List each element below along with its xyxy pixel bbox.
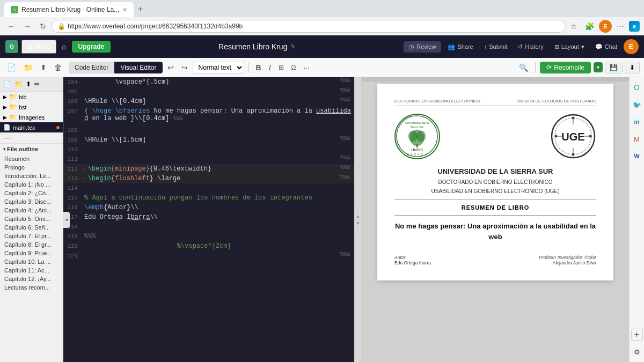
user-avatar[interactable]: E [624,39,639,54]
new-folder-button[interactable]: 📁 [21,62,35,73]
search-button[interactable]: 🔍 [516,62,531,73]
chat-button[interactable]: 💬 Chat [591,41,621,53]
right-icon-email[interactable]: M [631,133,643,145]
outline-item-cap7[interactable]: Capítulo 7: El pr... [0,232,63,240]
home-button[interactable]: ⌂ [60,40,68,53]
sidebar-item-imagenes[interactable]: ▶ 📁 Imagenes [0,112,63,122]
layout-button[interactable]: ⊞ Layout ▾ [550,41,589,53]
outline-item-cap6[interactable]: Capítulo 6: Señ... [0,223,63,232]
delete-button[interactable]: 🗑 [52,62,64,73]
table-button[interactable]: ⊞ [276,62,287,73]
line-content-118[interactable] [82,223,354,224]
outline-item-cap12[interactable]: Capítulo 12: ¡Ay... [0,275,63,283]
new-file-sidebar-button[interactable]: 📄 [2,79,12,89]
profile-button[interactable]: E [599,20,612,33]
line-content-106[interactable]: \HRule \\[0.4cm] [82,97,340,106]
submit-icon: ↑ [484,43,487,50]
preview-page: DOCTORADO EN GOBIERNO ELECTRÓNICO DIVISI… [377,84,613,280]
share-button[interactable]: 👥 Share [443,41,477,53]
line-content-112[interactable]: \begin{minipage}{0.46\textwidth} [86,165,340,173]
upload-sidebar-button[interactable]: ⬆ [25,79,32,89]
outline-item-cap1[interactable]: Capítulo 1: ¡No ... [0,180,63,189]
right-icon-word[interactable]: W [631,150,643,162]
outline-item-intro[interactable]: Introducción. Lé... [0,172,63,180]
right-icon-settings[interactable]: ⚙ [631,346,643,358]
outline-item-lecturas[interactable]: Lecturas recom... [0,283,63,292]
download-pdf-button[interactable]: ⬇ [625,62,640,73]
collapse-handle-center[interactable]: ▲ ▼ [354,77,362,362]
outline-item-cap11[interactable]: Capítulo 11: Ac... [0,266,63,275]
visual-editor-button[interactable]: Visual Editor [114,62,162,73]
line-content-115[interactable]: % Aqui a continuación pongan los nombres… [82,194,354,202]
outline-item-cap4[interactable]: Capítulo 4: ¿Ani... [0,206,63,215]
line-num-119: 119 [63,232,82,240]
tab-close-icon[interactable]: ✕ [122,6,127,13]
line-content-119[interactable]: %%% [82,232,354,241]
new-file-button[interactable]: 📄 [4,62,19,73]
upgrade-button[interactable]: Upgrade [72,41,111,53]
review-button[interactable]: ◷ Review [404,41,441,53]
line-content-105[interactable] [82,87,340,88]
undo-button[interactable]: ↩ [165,62,177,73]
sidebar-item-bst[interactable]: ▶ 📁 bst [0,102,63,112]
save-button[interactable]: 💾 [605,62,623,73]
edit-title-icon[interactable]: ✎ [290,43,296,50]
special-chars-button[interactable]: Ω [289,62,299,73]
right-icon-add[interactable]: + [631,329,643,341]
bold-button[interactable]: B [253,62,264,73]
submit-button[interactable]: ↑ Submit [480,41,512,52]
line-content-120[interactable]: %\vspace*{2cm} [82,242,354,250]
outline-item-cap8[interactable]: Capítulo 8: El gr... [0,240,63,249]
line-content-114[interactable] [82,184,354,185]
history-button[interactable]: ↺ History [514,41,547,53]
preview-scroll-top[interactable] [362,77,629,82]
outline-item-resumen[interactable]: Resumen [0,154,63,163]
sidebar-item-bib[interactable]: ▶ 📁 bib [0,92,63,102]
recompile-dropdown-button[interactable]: ▾ [594,62,603,72]
line-content-116[interactable]: \emph{Autor}\\ [82,203,354,212]
outline-item-cap5[interactable]: Capítulo 5: Omi... [0,215,63,223]
italic-button[interactable]: I [266,62,274,73]
line-content-117[interactable]: Edú Ortega Ibarra\\ [82,213,354,221]
refresh-button[interactable]: ↻ [36,20,49,33]
line-content-121[interactable] [82,252,340,253]
line-content-110[interactable] [82,145,354,146]
url-bar[interactable]: 🔒 https://www.overleaf.com/project/66329… [52,20,566,33]
more-button[interactable]: ··· [301,62,313,73]
delete-sidebar-button[interactable]: ✏ [33,79,41,89]
more-options-button[interactable]: ⋯ [614,21,627,32]
right-icon-twitter[interactable]: 🐦 [631,99,643,110]
line-content-107[interactable]: { \huge \bfseries No me hagas pensar: Un… [82,107,354,123]
code-editor-button[interactable]: Code Editor [69,62,114,73]
recompile-button[interactable]: ⟳ Recompile [540,62,591,73]
code-editor[interactable]: ◀ 104 \vspace*{.5cm} %%% 105 %%% 106 \HR… [63,77,354,362]
format-select[interactable]: Normal text Heading 1 Heading 2 [193,62,244,73]
browser-tab[interactable]: S Resumen Libro Krug - Online La... ✕ [4,2,134,17]
redo-button[interactable]: ↪ [179,62,191,73]
outline-item-prologo[interactable]: Prologo [0,163,63,172]
right-icon-linkedin[interactable]: in [631,116,643,128]
line-content-113[interactable]: \begin{flushleft} \large [86,174,340,183]
outline-item-cap3[interactable]: Capítulo 3: Dise... [0,197,63,206]
extensions-button[interactable]: 🧩 [582,21,597,32]
collapse-center-icon-up: ▲ [356,214,360,219]
outline-item-cap10[interactable]: Capítulo 10: La ... [0,257,63,266]
line-content-104[interactable]: \vspace*{.5cm} [82,78,340,86]
bookmark-button[interactable]: ☆ [568,21,580,32]
new-folder-sidebar-button[interactable]: 📁 [13,79,24,89]
line-content-111[interactable] [82,155,340,156]
collapse-handle-left[interactable]: ◀ [63,212,70,228]
sidebar-item-main[interactable]: 📄 main.tex [0,122,63,132]
right-icon-overleaf[interactable]: O [631,82,643,93]
menu-button[interactable]: ☰ Menu [21,40,56,54]
new-tab-button[interactable]: + [134,2,147,16]
line-content-109[interactable]: \HRule \\[1.5cm] [82,136,340,144]
back-button[interactable]: ← [4,20,18,33]
code-editor-label: Code Editor [75,64,108,71]
outline-item-cap2[interactable]: Capítulo 2: ¿Có... [0,189,63,197]
file-outline-header[interactable]: ▾ File outline [0,143,63,154]
forward-button[interactable]: → [20,20,34,33]
upload-button[interactable]: ⬆ [38,62,49,73]
line-content-108[interactable] [82,126,354,127]
outline-item-cap9[interactable]: Capítulo 9: Prue... [0,249,63,257]
